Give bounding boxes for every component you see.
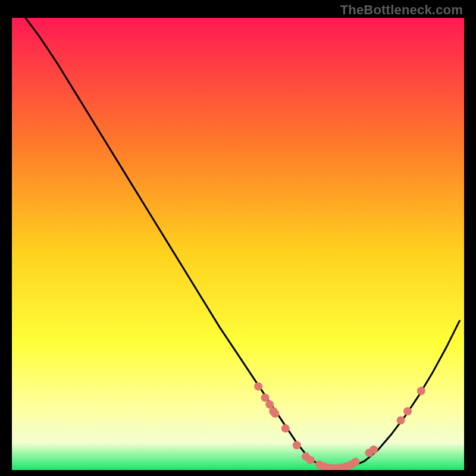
gradient-background	[12, 18, 464, 470]
data-point-dot	[417, 387, 425, 395]
data-point-dot	[306, 456, 315, 464]
data-point-dot	[271, 409, 279, 418]
data-point-dot	[369, 446, 378, 454]
data-point-dot	[293, 441, 301, 449]
data-point-dot	[403, 407, 412, 415]
watermark: TheBottleneck.com	[340, 2, 463, 18]
chart-frame	[12, 18, 464, 470]
data-point-dot	[261, 393, 270, 402]
bottleneck-chart	[12, 18, 464, 470]
data-point-dot	[352, 458, 360, 466]
data-point-dot	[397, 416, 405, 424]
data-point-dot	[254, 382, 262, 390]
data-point-dot	[281, 424, 290, 433]
